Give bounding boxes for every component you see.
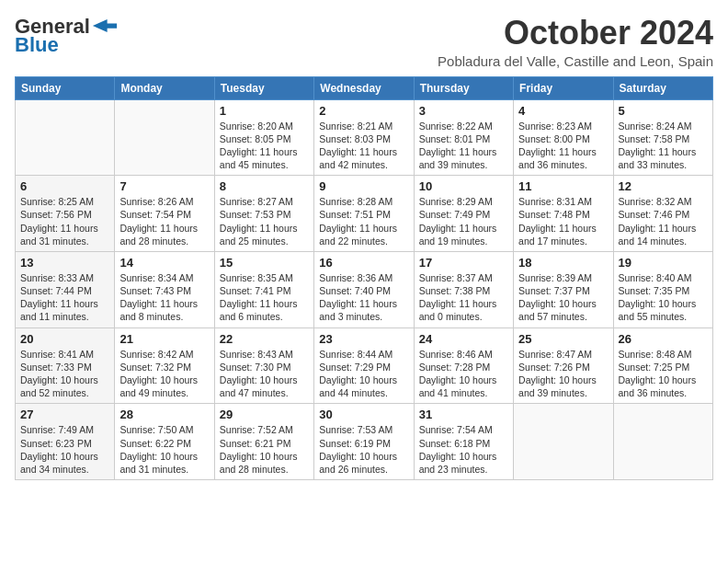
calendar-cell: 2Sunrise: 8:21 AMSunset: 8:03 PMDaylight… bbox=[314, 99, 414, 176]
calendar-cell: 4Sunrise: 8:23 AMSunset: 8:00 PMDaylight… bbox=[514, 99, 613, 176]
day-number: 15 bbox=[220, 256, 309, 270]
calendar-cell: 9Sunrise: 8:28 AMSunset: 7:51 PMDaylight… bbox=[314, 176, 414, 252]
day-info: Sunrise: 7:54 AMSunset: 6:18 PMDaylight:… bbox=[419, 423, 508, 476]
calendar-cell: 29Sunrise: 7:52 AMSunset: 6:21 PMDayligh… bbox=[214, 404, 313, 480]
day-info: Sunrise: 8:25 AMSunset: 7:56 PMDaylight:… bbox=[20, 195, 109, 247]
day-info: Sunrise: 8:26 AMSunset: 7:54 PMDaylight:… bbox=[119, 195, 209, 247]
day-info: Sunrise: 8:32 AMSunset: 7:46 PMDaylight:… bbox=[619, 195, 708, 247]
day-info: Sunrise: 8:43 AMSunset: 7:30 PMDaylight:… bbox=[220, 348, 309, 400]
day-number: 10 bbox=[419, 179, 508, 193]
day-info: Sunrise: 8:48 AMSunset: 7:25 PMDaylight:… bbox=[619, 348, 708, 400]
day-number: 18 bbox=[518, 256, 608, 270]
day-number: 25 bbox=[518, 332, 608, 346]
calendar-cell: 23Sunrise: 8:44 AMSunset: 7:29 PMDayligh… bbox=[314, 327, 414, 404]
day-number: 8 bbox=[220, 179, 309, 193]
calendar-header-row: SundayMondayTuesdayWednesdayThursdayFrid… bbox=[16, 76, 713, 99]
calendar-cell: 19Sunrise: 8:40 AMSunset: 7:35 PMDayligh… bbox=[613, 251, 712, 327]
day-number: 30 bbox=[319, 408, 408, 421]
day-info: Sunrise: 8:36 AMSunset: 7:40 PMDaylight:… bbox=[319, 271, 408, 324]
day-number: 21 bbox=[119, 332, 209, 346]
day-info: Sunrise: 8:20 AMSunset: 8:05 PMDaylight:… bbox=[220, 120, 309, 172]
svg-marker-0 bbox=[93, 19, 117, 32]
calendar-cell: 30Sunrise: 7:53 AMSunset: 6:19 PMDayligh… bbox=[314, 404, 414, 480]
day-number: 3 bbox=[419, 104, 508, 118]
calendar-cell: 31Sunrise: 7:54 AMSunset: 6:18 PMDayligh… bbox=[414, 404, 513, 480]
calendar-cell bbox=[514, 404, 613, 480]
calendar-cell bbox=[16, 99, 115, 176]
col-header-thursday: Thursday bbox=[414, 76, 513, 99]
calendar-cell: 26Sunrise: 8:48 AMSunset: 7:25 PMDayligh… bbox=[613, 327, 712, 404]
col-header-monday: Monday bbox=[115, 76, 214, 99]
day-number: 17 bbox=[419, 256, 508, 270]
day-number: 31 bbox=[419, 408, 508, 421]
col-header-tuesday: Tuesday bbox=[214, 76, 313, 99]
day-info: Sunrise: 8:28 AMSunset: 7:51 PMDaylight:… bbox=[319, 195, 408, 247]
calendar-cell: 5Sunrise: 8:24 AMSunset: 7:58 PMDaylight… bbox=[613, 99, 712, 176]
calendar-cell bbox=[115, 99, 214, 176]
calendar-cell: 15Sunrise: 8:35 AMSunset: 7:41 PMDayligh… bbox=[214, 251, 313, 327]
day-number: 2 bbox=[319, 104, 408, 118]
day-info: Sunrise: 8:22 AMSunset: 8:01 PMDaylight:… bbox=[419, 120, 508, 172]
day-number: 9 bbox=[319, 179, 408, 193]
day-number: 7 bbox=[119, 179, 209, 193]
day-info: Sunrise: 8:46 AMSunset: 7:28 PMDaylight:… bbox=[419, 348, 508, 400]
day-info: Sunrise: 8:44 AMSunset: 7:29 PMDaylight:… bbox=[319, 348, 408, 400]
day-info: Sunrise: 8:37 AMSunset: 7:38 PMDaylight:… bbox=[419, 271, 508, 324]
day-info: Sunrise: 8:23 AMSunset: 8:00 PMDaylight:… bbox=[518, 120, 608, 172]
day-info: Sunrise: 7:49 AMSunset: 6:23 PMDaylight:… bbox=[20, 423, 109, 476]
calendar-cell: 22Sunrise: 8:43 AMSunset: 7:30 PMDayligh… bbox=[214, 327, 313, 404]
day-info: Sunrise: 8:39 AMSunset: 7:37 PMDaylight:… bbox=[518, 271, 608, 324]
calendar-cell: 13Sunrise: 8:33 AMSunset: 7:44 PMDayligh… bbox=[16, 251, 115, 327]
day-info: Sunrise: 8:41 AMSunset: 7:33 PMDaylight:… bbox=[20, 348, 109, 400]
day-number: 29 bbox=[220, 408, 309, 421]
logo: General Blue bbox=[15, 15, 118, 57]
day-number: 4 bbox=[518, 104, 608, 118]
day-info: Sunrise: 8:35 AMSunset: 7:41 PMDaylight:… bbox=[220, 271, 309, 324]
day-info: Sunrise: 8:29 AMSunset: 7:49 PMDaylight:… bbox=[419, 195, 508, 247]
calendar-week-row: 6Sunrise: 8:25 AMSunset: 7:56 PMDaylight… bbox=[16, 176, 713, 252]
calendar-cell: 28Sunrise: 7:50 AMSunset: 6:22 PMDayligh… bbox=[115, 404, 214, 480]
calendar-cell: 6Sunrise: 8:25 AMSunset: 7:56 PMDaylight… bbox=[16, 176, 115, 252]
day-number: 1 bbox=[220, 104, 309, 118]
col-header-saturday: Saturday bbox=[613, 76, 712, 99]
day-number: 14 bbox=[119, 256, 209, 270]
calendar-cell: 12Sunrise: 8:32 AMSunset: 7:46 PMDayligh… bbox=[613, 176, 712, 252]
calendar-week-row: 13Sunrise: 8:33 AMSunset: 7:44 PMDayligh… bbox=[16, 251, 713, 327]
calendar-cell: 1Sunrise: 8:20 AMSunset: 8:05 PMDaylight… bbox=[214, 99, 313, 176]
day-info: Sunrise: 8:40 AMSunset: 7:35 PMDaylight:… bbox=[619, 271, 708, 324]
calendar-cell: 18Sunrise: 8:39 AMSunset: 7:37 PMDayligh… bbox=[514, 251, 613, 327]
main-title: October 2024 bbox=[438, 15, 713, 52]
page: General Blue October 2024 Pobladura del … bbox=[0, 0, 728, 491]
day-info: Sunrise: 8:42 AMSunset: 7:32 PMDaylight:… bbox=[119, 348, 209, 400]
calendar-cell: 7Sunrise: 8:26 AMSunset: 7:54 PMDaylight… bbox=[115, 176, 214, 252]
col-header-sunday: Sunday bbox=[16, 76, 115, 99]
day-number: 12 bbox=[619, 179, 708, 193]
calendar-cell: 8Sunrise: 8:27 AMSunset: 7:53 PMDaylight… bbox=[214, 176, 313, 252]
calendar: SundayMondayTuesdayWednesdayThursdayFrid… bbox=[15, 76, 713, 480]
calendar-week-row: 27Sunrise: 7:49 AMSunset: 6:23 PMDayligh… bbox=[16, 404, 713, 480]
calendar-cell: 25Sunrise: 8:47 AMSunset: 7:26 PMDayligh… bbox=[514, 327, 613, 404]
calendar-cell: 3Sunrise: 8:22 AMSunset: 8:01 PMDaylight… bbox=[414, 99, 513, 176]
calendar-cell bbox=[613, 404, 712, 480]
day-info: Sunrise: 8:33 AMSunset: 7:44 PMDaylight:… bbox=[20, 271, 109, 324]
calendar-cell: 11Sunrise: 8:31 AMSunset: 7:48 PMDayligh… bbox=[514, 176, 613, 252]
calendar-week-row: 20Sunrise: 8:41 AMSunset: 7:33 PMDayligh… bbox=[16, 327, 713, 404]
subtitle: Pobladura del Valle, Castille and Leon, … bbox=[438, 53, 713, 69]
day-info: Sunrise: 8:34 AMSunset: 7:43 PMDaylight:… bbox=[119, 271, 209, 324]
day-number: 27 bbox=[20, 408, 109, 421]
header: General Blue October 2024 Pobladura del … bbox=[15, 15, 713, 69]
day-info: Sunrise: 8:21 AMSunset: 8:03 PMDaylight:… bbox=[319, 120, 408, 172]
calendar-cell: 14Sunrise: 8:34 AMSunset: 7:43 PMDayligh… bbox=[115, 251, 214, 327]
col-header-friday: Friday bbox=[514, 76, 613, 99]
logo-icon bbox=[92, 19, 118, 32]
day-info: Sunrise: 7:50 AMSunset: 6:22 PMDaylight:… bbox=[119, 423, 209, 476]
calendar-week-row: 1Sunrise: 8:20 AMSunset: 8:05 PMDaylight… bbox=[16, 99, 713, 176]
calendar-cell: 17Sunrise: 8:37 AMSunset: 7:38 PMDayligh… bbox=[414, 251, 513, 327]
day-info: Sunrise: 8:31 AMSunset: 7:48 PMDaylight:… bbox=[518, 195, 608, 247]
day-number: 11 bbox=[518, 179, 608, 193]
calendar-cell: 16Sunrise: 8:36 AMSunset: 7:40 PMDayligh… bbox=[314, 251, 414, 327]
day-number: 20 bbox=[20, 332, 109, 346]
day-number: 16 bbox=[319, 256, 408, 270]
calendar-cell: 10Sunrise: 8:29 AMSunset: 7:49 PMDayligh… bbox=[414, 176, 513, 252]
day-number: 19 bbox=[619, 256, 708, 270]
